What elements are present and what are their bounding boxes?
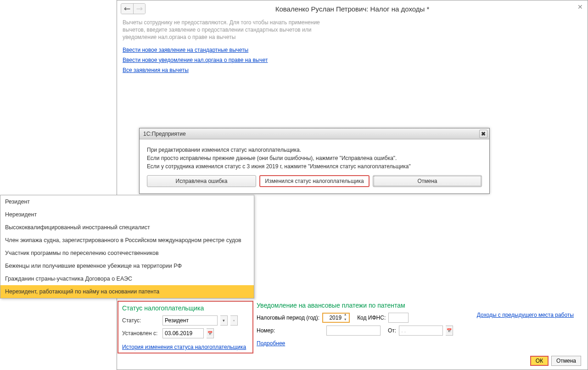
status-open-btn[interactable]: ▫ xyxy=(230,315,238,326)
tax-period-value: 2019 xyxy=(329,315,342,321)
bottom-panel: Статус налогоплательщика Статус: Резиден… xyxy=(117,302,588,304)
window-title: Коваленко Руслан Петрович: Налог на дохо… xyxy=(117,5,588,13)
ifns-input[interactable] xyxy=(388,313,409,323)
dd-item-eaes-citizen[interactable]: Гражданин страны-участника Договора о ЕА… xyxy=(0,272,254,285)
status-header: Статус налогоплательщика xyxy=(122,304,249,312)
cancel-button[interactable]: Отмена xyxy=(551,356,581,366)
notice-number-label: Номер: xyxy=(257,327,275,334)
ok-button[interactable]: ОК xyxy=(530,356,549,366)
dialog-body: При редактировании изменился статус нало… xyxy=(140,139,489,175)
dialog-text-line3: Если у сотрудника изменился статус с 3 и… xyxy=(147,162,482,171)
dd-item-crew-member[interactable]: Член экипажа судна, зарегистрированного … xyxy=(0,234,254,247)
dd-item-refugee[interactable]: Беженцы или получившие временное убежище… xyxy=(0,260,254,272)
back-button[interactable]: 🡐 xyxy=(121,4,133,14)
prev-income-link[interactable]: Доходы с предыдущего места работы xyxy=(477,312,574,318)
dd-item-compatriot-program[interactable]: Участник программы по переселению соотеч… xyxy=(0,247,254,260)
dd-item-nonresident[interactable]: Нерезидент xyxy=(0,208,254,221)
dialog-btn-status-changed[interactable]: Изменился статус налогоплательщика xyxy=(259,175,370,187)
year-down-icon[interactable]: ▼ xyxy=(342,318,348,323)
main-window: 🡐 🡒 Коваленко Руслан Петрович: Налог на … xyxy=(117,0,588,370)
notice-number-input[interactable] xyxy=(326,326,381,336)
close-button[interactable]: ✕ xyxy=(577,3,583,11)
footer-buttons: ОК Отмена xyxy=(530,356,581,366)
notice-from-calendar-btn[interactable]: 📅 xyxy=(446,326,453,336)
taxpayer-status-box: Статус налогоплательщика Статус: Резиден… xyxy=(118,301,253,353)
tax-period-label: Налоговый период (год): xyxy=(257,315,319,321)
ifns-label: Код ИФНС: xyxy=(357,315,386,321)
forward-button[interactable]: 🡒 xyxy=(133,4,145,14)
status-dropdown-btn[interactable]: ▾ xyxy=(220,315,228,326)
link-all-deduction-requests[interactable]: Все заявления на вычеты xyxy=(123,67,189,73)
date-set-input[interactable]: 03.06.2019 xyxy=(162,328,204,338)
dialog-close-button[interactable]: ✖ xyxy=(479,130,487,138)
dialog-btn-cancel[interactable]: Отмена xyxy=(373,175,482,187)
date-calendar-btn[interactable]: 📅 xyxy=(207,328,214,338)
topbar: 🡐 🡒 Коваленко Руслан Петрович: Налог на … xyxy=(117,0,588,17)
status-label: Статус: xyxy=(122,317,160,324)
dd-item-resident[interactable]: Резидент xyxy=(0,195,254,208)
dialog-btn-error-fixed[interactable]: Исправлена ошибка xyxy=(147,175,256,187)
dialog-title: 1С:Предприятие xyxy=(143,131,186,137)
notice-header: Уведомление на авансовые платежи по пате… xyxy=(257,302,486,309)
year-up-icon[interactable]: ▲ xyxy=(342,313,348,318)
dialog-titlebar: 1С:Предприятие ✖ xyxy=(140,128,489,139)
year-spinner[interactable]: ▲ ▼ xyxy=(342,313,348,323)
info-text: Вычеты сотруднику не предоставляются. Дл… xyxy=(123,19,332,41)
dd-item-highly-qualified[interactable]: Высококвалифицированный иностранный спец… xyxy=(0,221,254,234)
tax-period-input[interactable]: 2019 ▲ ▼ xyxy=(322,313,350,323)
notice-from-label: От: xyxy=(388,327,396,334)
status-dropdown-list[interactable]: Резидент Нерезидент Высококвалифицирован… xyxy=(0,195,254,298)
status-input[interactable]: Резидент xyxy=(162,315,218,326)
dialog-text-line2: Если просто исправлены прежние данные (о… xyxy=(147,154,482,162)
patent-notice-box: Уведомление на авансовые платежи по пате… xyxy=(257,302,486,348)
status-history-link[interactable]: История изменения статуса налогоплательщ… xyxy=(122,344,246,350)
link-new-deduction-request[interactable]: Ввести новое заявление на стандартные вы… xyxy=(123,47,248,53)
info-block: Вычеты сотруднику не предоставляются. Дл… xyxy=(117,17,337,77)
dialog-buttons: Исправлена ошибка Изменился статус налог… xyxy=(140,175,489,193)
date-set-label: Установлен с: xyxy=(122,330,160,337)
notice-more-link[interactable]: Подробнее xyxy=(257,340,285,347)
link-new-tax-notice[interactable]: Ввести новое уведомление нал.органа о пр… xyxy=(123,57,268,63)
dd-item-patent-nonresident[interactable]: Нерезидент, работающий по найму на основ… xyxy=(0,285,254,298)
dialog-text-line1: При редактировании изменился статус нало… xyxy=(147,146,482,154)
notice-from-input[interactable]: . . xyxy=(399,326,443,336)
confirm-dialog: 1С:Предприятие ✖ При редактировании изме… xyxy=(139,128,490,194)
nav-buttons: 🡐 🡒 xyxy=(121,3,146,14)
